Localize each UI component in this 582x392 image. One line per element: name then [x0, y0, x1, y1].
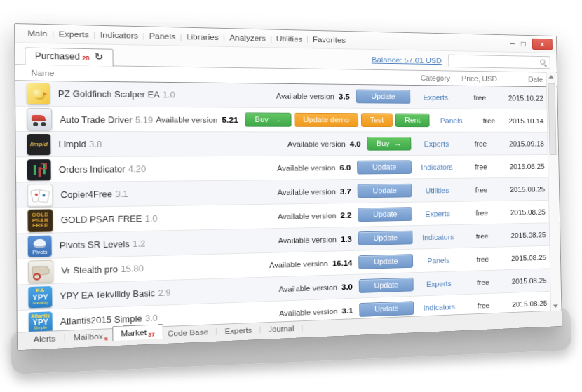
balance-link[interactable]: Balance: 57.01 USD: [372, 55, 442, 65]
maximize-button[interactable]: □: [521, 40, 526, 48]
scroll-up-icon[interactable]: [548, 75, 553, 79]
product-row[interactable]: Auto Trade Driver5.19demo Available vers…: [15, 107, 557, 133]
category-link[interactable]: Experts: [414, 279, 464, 289]
search-input[interactable]: [452, 56, 539, 67]
update-button[interactable]: Update: [356, 89, 410, 103]
category-link[interactable]: Indicators: [414, 302, 464, 312]
category-link[interactable]: Experts: [411, 140, 461, 147]
tab-separator: |: [93, 31, 95, 39]
product-name: Vr Stealth pro15.80: [61, 264, 144, 276]
window-controls: – □ ×: [510, 38, 556, 50]
scrollbar-thumb[interactable]: [548, 83, 557, 155]
vr-stealth-icon: [28, 259, 53, 283]
price-value: free: [463, 255, 501, 264]
action-buttons: Buy→Update demoTestRent: [245, 112, 430, 127]
minimize-button[interactable]: –: [510, 40, 515, 48]
market-category-tabs: Main|Experts|Indicators|Panels|Libraries…: [27, 29, 346, 43]
price-value: free: [462, 163, 500, 170]
column-header-name[interactable]: Name: [31, 69, 54, 77]
category-link[interactable]: Utilities: [412, 186, 462, 194]
category-link[interactable]: Panels: [430, 116, 473, 124]
category-link[interactable]: Experts: [410, 93, 461, 102]
available-version-label: Available version 5.21: [156, 115, 238, 123]
search-icon[interactable]: [539, 59, 547, 67]
date-value: 2015.08.25: [500, 162, 545, 170]
available-version-label: Available version 3.0: [278, 283, 353, 293]
tab-utilities[interactable]: Utilities: [276, 34, 303, 43]
product-name: Copier4Free3.1: [60, 189, 128, 200]
update-button[interactable]: Update: [358, 254, 413, 269]
tab-purchased[interactable]: Purchased 28 ↻: [25, 47, 113, 66]
date-value: 2015.08.25: [501, 231, 546, 239]
bottom-tab-journal[interactable]: Journal: [264, 321, 298, 333]
tab-libraries[interactable]: Libraries: [187, 32, 219, 41]
category-link[interactable]: Panels: [413, 255, 463, 264]
category-link[interactable]: Indicators: [412, 232, 463, 241]
rent-button[interactable]: Rent: [395, 113, 430, 127]
action-buttons: Update: [358, 254, 413, 269]
tab-experts[interactable]: Experts: [59, 29, 89, 39]
price-value: free: [461, 93, 499, 101]
date-value: 2015.08.25: [501, 208, 546, 216]
tab-separator: |: [270, 35, 272, 43]
product-list: PZ Goldfinch Scalper EA1.0 Available ver…: [15, 81, 562, 342]
update-button[interactable]: Update: [359, 301, 414, 317]
available-version-label: Available version 6.0: [277, 163, 351, 172]
column-header-price[interactable]: Price, USD: [461, 74, 499, 83]
tab-main[interactable]: Main: [27, 29, 47, 38]
test-button[interactable]: Test: [361, 113, 393, 127]
update-button[interactable]: Update: [357, 160, 412, 174]
tab-separator: |: [306, 36, 309, 43]
unread-count-badge: 37: [148, 332, 155, 338]
price-value: free: [463, 231, 501, 240]
close-button[interactable]: ×: [532, 39, 553, 50]
tab-separator: |: [180, 33, 182, 41]
action-buttons: Update: [356, 89, 410, 103]
product-row[interactable]: limpid Limpid3.8 Available version 4.0 B…: [15, 132, 558, 157]
tab-indicators[interactable]: Indicators: [100, 31, 138, 40]
action-buttons: Buy→: [367, 137, 411, 151]
column-header-category[interactable]: Category: [410, 74, 461, 82]
unread-count-badge: 6: [104, 335, 108, 342]
update-button[interactable]: Update: [359, 278, 414, 293]
scroll-down-icon[interactable]: [553, 304, 558, 308]
tab-separator: |: [223, 34, 225, 41]
date-value: 2015.08.25: [500, 185, 545, 194]
pivots-brain-icon: Pivots: [28, 235, 52, 257]
tab-favorites[interactable]: Favorites: [313, 35, 346, 43]
bottom-tab-separator: |: [259, 323, 261, 334]
price-value: free: [463, 208, 501, 217]
limpid-logo-icon: limpid: [27, 134, 50, 155]
category-link[interactable]: Experts: [412, 209, 463, 217]
race-kart-icon: [27, 107, 52, 130]
available-version-label: Available version 3.5: [276, 92, 350, 100]
product-name: Pivots SR Levels1.2: [60, 238, 146, 250]
refresh-icon[interactable]: ↻: [95, 52, 103, 61]
playing-cards-icon: [27, 184, 53, 207]
category-link[interactable]: Indicators: [412, 163, 462, 171]
balance-search-group: Balance: 57.01 USD: [372, 53, 550, 69]
update-button[interactable]: Update: [358, 184, 412, 198]
bottom-tab-code-base[interactable]: Code Base: [163, 325, 212, 338]
bottom-tab-experts[interactable]: Experts: [220, 323, 256, 336]
bottom-tab-alerts[interactable]: Alerts: [29, 331, 60, 344]
bottom-tab-market[interactable]: Market37: [112, 324, 163, 341]
buy-button[interactable]: Buy→: [367, 137, 411, 151]
action-buttons: Update: [358, 231, 413, 246]
marketing-stage: Main|Experts|Indicators|Panels|Libraries…: [0, 0, 582, 392]
tab-panels[interactable]: Panels: [149, 32, 176, 40]
tab-analyzers[interactable]: Analyzers: [229, 34, 266, 43]
available-version-label: Available version 3.1: [279, 306, 353, 318]
update-button[interactable]: Update: [358, 231, 413, 246]
column-header-date[interactable]: Date: [498, 75, 543, 83]
orders-chart-icon: [27, 159, 51, 180]
buy-button[interactable]: Buy→: [245, 112, 292, 126]
product-name: Limpid3.8: [58, 140, 102, 149]
update-demo-button[interactable]: Update demo: [294, 113, 358, 127]
bottom-tab-mailbox[interactable]: Mailbox6: [69, 329, 113, 342]
price-value: free: [462, 186, 500, 194]
date-value: 2015.09.18: [499, 140, 544, 147]
date-value: 2015.10.22: [499, 94, 543, 102]
update-button[interactable]: Update: [358, 207, 412, 222]
price-value: free: [464, 278, 502, 287]
